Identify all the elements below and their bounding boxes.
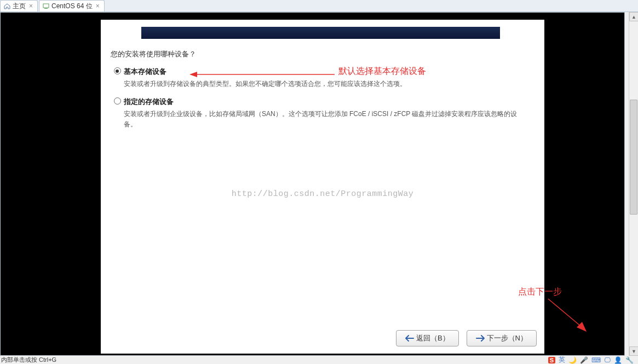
button-bar: 返回（B） 下一步（N） [396, 330, 537, 346]
option-title: 基本存储设备 [124, 67, 534, 77]
svg-rect-1 [44, 8, 48, 9]
option-basic-storage[interactable]: 基本存储设备 安装或者升级到存储设备的典型类型。如果您不确定哪个选项适合您，您可… [111, 67, 534, 89]
vertical-scrollbar[interactable]: ▲ ▼ [629, 12, 638, 356]
installer-body: 您的安装将使用哪种设备？ 基本存储设备 安装或者升级到存储设备的典型类型。如果您… [111, 49, 534, 323]
tab-home[interactable]: 主页 × [0, 0, 38, 11]
tab-label: CentOS 64 位 [51, 2, 93, 11]
tray-icon-display[interactable]: 🖵 [604, 356, 611, 364]
next-button[interactable]: 下一步（N） [467, 330, 537, 346]
svg-rect-0 [43, 4, 49, 8]
tray-icon-moon[interactable]: 🌙 [568, 356, 577, 364]
close-icon[interactable]: × [95, 2, 101, 10]
back-button[interactable]: 返回（B） [396, 330, 459, 346]
next-label: 下一步（N） [487, 333, 527, 343]
radio-basic-storage[interactable] [114, 67, 121, 74]
home-icon [4, 3, 10, 9]
status-hint: 内部单击或按 Ctrl+G [0, 356, 56, 364]
vm-viewport: 您的安装将使用哪种设备？ 基本存储设备 安装或者升级到存储设备的典型类型。如果您… [0, 12, 625, 356]
option-title: 指定的存储设备 [124, 97, 534, 107]
tray-icon-mic[interactable]: 🎤 [580, 356, 588, 364]
option-desc: 安装或者升级到企业级设备，比如存储局域网（SAN）。这个选项可让您添加 FCoE… [124, 109, 534, 130]
tabs-bar: 主页 × CentOS 64 位 × [0, 0, 638, 12]
back-label: 返回（B） [416, 333, 450, 343]
ime-lang[interactable]: 英 [559, 355, 565, 364]
tab-centos[interactable]: CentOS 64 位 × [39, 0, 105, 11]
scroll-down-icon[interactable]: ▼ [629, 346, 638, 356]
tab-label: 主页 [13, 2, 26, 11]
option-desc: 安装或者升级到存储设备的典型类型。如果您不确定哪个选项适合您，您可能应该选择这个… [124, 79, 534, 89]
arrow-right-icon [476, 335, 485, 342]
tray-icon-wrench[interactable]: 🔧 [625, 356, 634, 364]
watermark-text: http://blog.csdn.net/ProgrammingWay [232, 189, 414, 199]
installer-window: 您的安装将使用哪种设备？ 基本存储设备 安装或者升级到存储设备的典型类型。如果您… [101, 20, 544, 354]
ime-badge[interactable]: S [548, 357, 555, 363]
close-icon[interactable]: × [28, 2, 34, 10]
status-tray: S 英 🌙 🎤 ⌨ 🖵 👤 🔧 [548, 355, 638, 364]
option-specified-storage[interactable]: 指定的存储设备 安装或者升级到企业级设备，比如存储局域网（SAN）。这个选项可让… [111, 97, 534, 130]
installer-question: 您的安装将使用哪种设备？ [111, 49, 534, 59]
status-bar: 内部单击或按 Ctrl+G S 英 🌙 🎤 ⌨ 🖵 👤 🔧 [0, 356, 638, 364]
arrow-left-icon [405, 335, 414, 342]
scroll-up-icon[interactable]: ▲ [629, 12, 638, 21]
tray-icon-person[interactable]: 👤 [614, 356, 622, 364]
tray-icon-keyboard[interactable]: ⌨ [591, 356, 601, 364]
scroll-thumb[interactable] [630, 100, 637, 215]
installer-header [141, 27, 500, 39]
radio-specified-storage[interactable] [114, 97, 121, 105]
vm-icon [43, 3, 49, 9]
